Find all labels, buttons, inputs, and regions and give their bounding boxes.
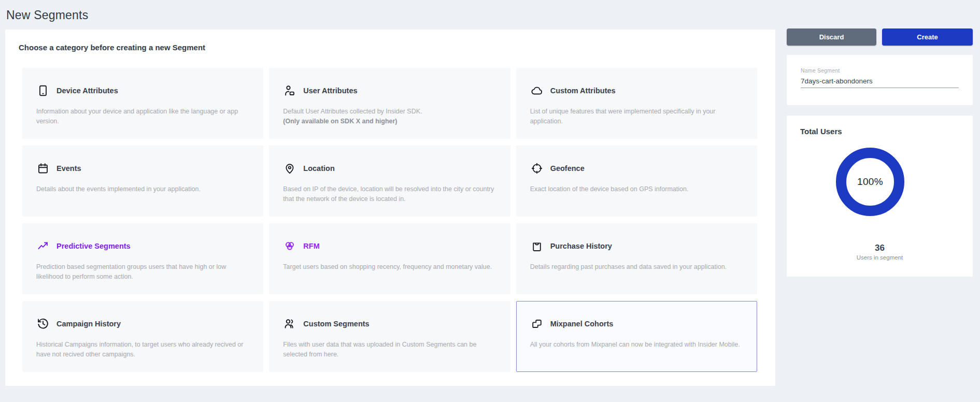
- card-title: Campaign History: [56, 320, 121, 328]
- card-title: Mixpanel Cohorts: [550, 320, 614, 328]
- shopping-bag-icon: [530, 239, 544, 253]
- users-in-segment-count: 36: [787, 243, 973, 253]
- name-segment-panel: Name Segment: [787, 55, 973, 105]
- card-description: List of unique features that were implem…: [530, 107, 743, 127]
- card-purchase-history[interactable]: Purchase History Details regarding past …: [516, 223, 757, 294]
- card-geofence[interactable]: Geofence Exact location of the device ba…: [516, 146, 757, 217]
- card-description: Information about your device and applic…: [36, 107, 249, 127]
- card-description: Default User Attributes collected by Ins…: [283, 107, 496, 117]
- name-segment-label: Name Segment: [801, 67, 840, 74]
- category-panel: Choose a category before creating a new …: [5, 30, 775, 386]
- cloud-icon: [530, 84, 544, 97]
- category-cards-grid: Device Attributes Information about your…: [22, 68, 757, 372]
- name-segment-input[interactable]: [801, 75, 959, 88]
- users-donut-chart: 100%: [836, 148, 904, 216]
- card-location[interactable]: Location Based on IP of the device, loca…: [269, 146, 510, 217]
- card-rfm[interactable]: RFM Target users based on shopping recen…: [269, 223, 510, 294]
- total-users-panel: Total Users 100% 36 Users in segment: [787, 116, 973, 277]
- card-description: Exact location of the device based on GP…: [530, 184, 743, 194]
- map-pin-icon: [283, 162, 296, 175]
- cohorts-icon: [530, 317, 544, 331]
- total-users-heading: Total Users: [800, 127, 842, 136]
- card-title: Events: [56, 164, 81, 173]
- device-icon: [36, 84, 50, 97]
- card-description: Target users based on shopping recency, …: [283, 262, 496, 272]
- discard-button[interactable]: Discard: [787, 28, 876, 46]
- geofence-icon: [530, 162, 544, 175]
- users-in-segment-caption: Users in segment: [787, 254, 973, 261]
- donut-percent-label: 100%: [857, 176, 883, 188]
- card-description: Based on IP of the device, location will…: [283, 184, 496, 205]
- venn-icon: [283, 239, 296, 253]
- users-icon: [283, 317, 296, 331]
- card-description: Details about the events implemented in …: [36, 184, 249, 194]
- card-title: Geofence: [550, 164, 585, 173]
- history-icon: [36, 317, 50, 331]
- card-mixpanel-cohorts[interactable]: Mixpanel Cohorts All your cohorts from M…: [516, 301, 757, 372]
- card-description-note: (Only available on SDK X and higher): [283, 117, 496, 126]
- card-title: Device Attributes: [56, 87, 118, 95]
- card-description: Details regarding past purchases and dat…: [530, 262, 743, 272]
- user-icon: [283, 84, 296, 97]
- card-device-attributes[interactable]: Device Attributes Information about your…: [22, 68, 263, 139]
- calendar-icon: [36, 162, 50, 175]
- card-description: Historical Campaigns information, to tar…: [36, 340, 249, 360]
- card-title: Custom Attributes: [550, 87, 616, 95]
- card-title: Location: [303, 164, 334, 173]
- card-campaign-history[interactable]: Campaign History Historical Campaigns in…: [22, 301, 263, 372]
- page-title: New Segments: [6, 8, 88, 22]
- trending-up-icon: [36, 239, 50, 253]
- card-user-attributes[interactable]: User Attributes Default User Attributes …: [269, 68, 510, 139]
- card-description: Files with user data that was uploaded i…: [283, 340, 496, 360]
- card-description: All your cohorts from Mixpanel can now b…: [530, 340, 743, 350]
- card-title: RFM: [303, 242, 319, 250]
- card-custom-attributes[interactable]: Custom Attributes List of unique feature…: [516, 68, 757, 139]
- card-title: Predictive Segments: [56, 242, 131, 250]
- card-title: Custom Segments: [303, 320, 369, 328]
- create-button[interactable]: Create: [882, 28, 973, 46]
- card-predictive-segments[interactable]: Predictive Segments Prediction based seg…: [22, 223, 263, 294]
- card-title: User Attributes: [303, 87, 357, 95]
- panel-heading: Choose a category before creating a new …: [19, 43, 205, 52]
- card-title: Purchase History: [550, 242, 612, 250]
- card-events[interactable]: Events Details about the events implemen…: [22, 146, 263, 217]
- card-description: Prediction based segmentation groups use…: [36, 262, 249, 282]
- card-custom-segments[interactable]: Custom Segments Files with user data tha…: [269, 301, 510, 372]
